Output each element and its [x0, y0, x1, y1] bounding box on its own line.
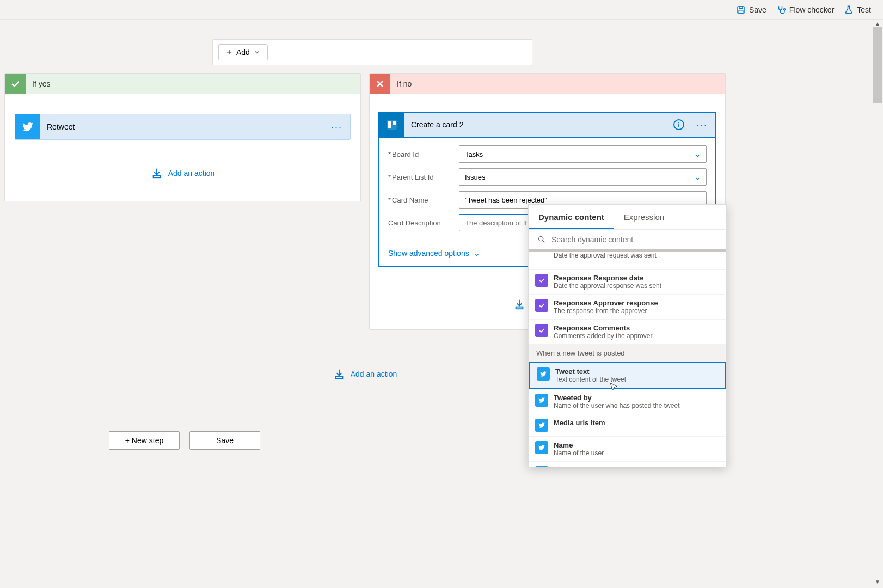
parent-list-select[interactable]: Issues ⌄: [459, 168, 707, 186]
item-sub: Name of the user who has posted the twee…: [554, 402, 679, 409]
add-action-label: Add an action: [351, 370, 397, 378]
top-toolbar: Save Flow checker Test: [0, 0, 883, 20]
save-icon: [736, 5, 746, 15]
test-label: Test: [857, 5, 871, 14]
list-item[interactable]: Responses Approver responseThe response …: [529, 295, 726, 320]
new-step-button[interactable]: + New step: [109, 431, 180, 450]
item-title: Responses Response date: [554, 274, 661, 282]
add-label: Add: [236, 48, 250, 57]
twitter-icon: [535, 466, 548, 467]
scroll-up-icon[interactable]: ▲: [875, 21, 880, 27]
svg-rect-8: [516, 307, 523, 309]
insert-step-icon: [333, 368, 345, 380]
list-item-tweet-text[interactable]: Tweet textText content of the tweet: [529, 362, 726, 389]
dynamic-content-popup: Dynamic content Expression Date the appr…: [528, 204, 727, 467]
branch-no-header: If no: [370, 74, 725, 94]
add-action-label: Add an action: [168, 169, 215, 177]
create-card-title: Create a card 2: [411, 120, 667, 129]
group-header-tweet: When a new tweet is posted: [529, 345, 726, 362]
search-icon: [537, 235, 546, 244]
item-sub: Text content of the tweet: [555, 376, 626, 383]
board-id-label: Board Id: [388, 150, 459, 158]
show-advanced-link[interactable]: Show advanced options ⌄: [388, 249, 480, 258]
dynamic-search-input[interactable]: [551, 235, 718, 244]
add-condition-button[interactable]: Add: [218, 44, 268, 60]
item-title: Name: [554, 441, 604, 449]
trello-icon: [379, 112, 404, 137]
popup-scrollbar[interactable]: [721, 458, 726, 588]
flow-checker-button[interactable]: Flow checker: [776, 5, 834, 15]
more-icon[interactable]: ···: [696, 119, 708, 131]
board-id-select[interactable]: Tasks ⌄: [459, 145, 707, 163]
dynamic-search[interactable]: [529, 230, 726, 252]
chevron-down-icon: ⌄: [695, 150, 701, 158]
svg-rect-7: [393, 121, 396, 125]
chevron-down-icon: ⌄: [695, 173, 701, 181]
item-sub: Date the approval request was sent: [554, 252, 657, 259]
list-item[interactable]: Media urls Item: [529, 414, 726, 437]
advanced-label: Show advanced options: [388, 249, 469, 258]
svg-rect-1: [739, 7, 743, 9]
scroll-down-icon[interactable]: ▼: [875, 579, 880, 585]
card-desc-label: Card Description: [388, 219, 459, 227]
chevron-down-icon: [253, 48, 261, 56]
test-button[interactable]: Test: [844, 5, 871, 15]
branch-no-label: If no: [397, 79, 412, 88]
twitter-icon: [537, 367, 550, 381]
save-flow-button[interactable]: Save: [189, 431, 260, 450]
create-card-header[interactable]: Create a card 2 i ···: [378, 112, 716, 137]
svg-rect-4: [153, 176, 160, 178]
item-title: Location: [554, 466, 583, 467]
flow-checker-label: Flow checker: [789, 5, 834, 14]
svg-rect-2: [739, 10, 743, 13]
item-sub: Name of the user: [554, 449, 604, 457]
tab-expression[interactable]: Expression: [614, 205, 674, 229]
item-title: Responses Comments: [554, 324, 652, 332]
dynamic-list: Date the approval request was sent Respo…: [529, 252, 726, 467]
add-action-yes[interactable]: Add an action: [5, 167, 360, 179]
twitter-icon: [535, 394, 548, 407]
approval-icon: [535, 324, 548, 337]
approval-icon: [535, 274, 548, 287]
parent-list-label: Parent List Id: [388, 173, 459, 181]
item-title: Tweeted by: [554, 394, 679, 402]
twitter-icon: [15, 114, 40, 139]
svg-point-3: [783, 8, 785, 10]
parent-list-value: Issues: [465, 173, 486, 181]
svg-rect-9: [335, 377, 342, 379]
branch-yes: If yes Retweet ··· Add an action: [4, 73, 361, 201]
card-name-label: Card Name: [388, 196, 459, 204]
add-action-merged[interactable]: Add an action: [333, 368, 397, 380]
list-item[interactable]: Responses CommentsComments added by the …: [529, 320, 726, 345]
card-name-value: "Tweet has been rejected": [465, 196, 547, 204]
scroll-thumb[interactable]: [873, 27, 882, 103]
close-icon: [370, 74, 390, 94]
twitter-icon: [535, 441, 548, 454]
info-icon[interactable]: i: [673, 119, 684, 130]
check-icon: [5, 74, 26, 94]
chevron-down-icon: ⌄: [474, 249, 480, 258]
retweet-action-card[interactable]: Retweet ···: [15, 114, 351, 140]
save-button[interactable]: Save: [736, 5, 767, 15]
more-icon[interactable]: ···: [331, 121, 342, 133]
stethoscope-icon: [776, 5, 786, 15]
save-label: Save: [749, 5, 767, 14]
list-item[interactable]: Tweeted byName of the user who has poste…: [529, 389, 726, 414]
popup-tabs: Dynamic content Expression: [529, 205, 726, 230]
insert-step-icon[interactable]: [513, 298, 525, 313]
insert-step-icon: [151, 167, 163, 179]
tab-dynamic-content[interactable]: Dynamic content: [529, 205, 614, 229]
item-sub: Date the approval response was sent: [554, 282, 661, 290]
condition-card: Add: [212, 39, 532, 65]
svg-point-10: [539, 237, 543, 241]
footer-buttons: + New step Save: [109, 431, 260, 450]
plus-icon: [225, 48, 233, 56]
list-item[interactable]: Location: [529, 462, 726, 467]
page-scrollbar[interactable]: ▲ ▼: [873, 20, 882, 586]
branch-yes-label: If yes: [32, 79, 50, 88]
list-item[interactable]: Date the approval request was sent: [529, 252, 726, 270]
board-id-value: Tasks: [465, 150, 483, 158]
action-title: Retweet: [47, 122, 324, 131]
list-item[interactable]: NameName of the user: [529, 437, 726, 462]
list-item[interactable]: Responses Response dateDate the approval…: [529, 270, 726, 295]
